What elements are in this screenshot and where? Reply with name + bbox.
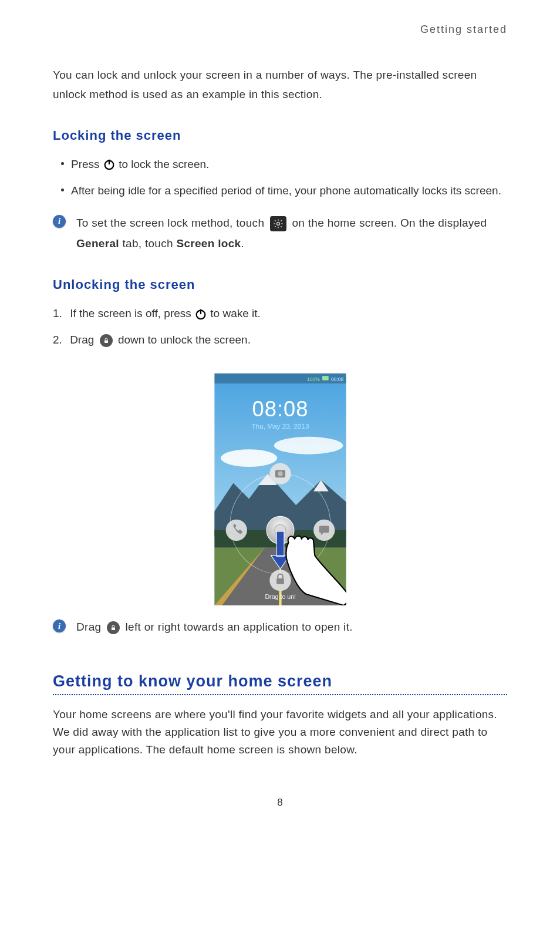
svg-rect-5 (104, 341, 108, 344)
bullet-lock-press-power: Press to lock the screen. (61, 154, 507, 174)
svg-rect-28 (112, 628, 115, 631)
lockscreen-clock: 08:08 (252, 397, 308, 421)
status-time: 08:08 (330, 376, 343, 382)
lock-icon (100, 334, 113, 347)
bullet1-before: Press (71, 158, 103, 170)
page-number: 8 (0, 797, 560, 809)
power-icon (103, 158, 116, 171)
note-bold-general: General (76, 237, 119, 250)
heading-home-screen: Getting to know your home screen (53, 672, 507, 691)
step1-after: to wake it. (210, 307, 261, 319)
bullet-dot-icon (61, 162, 64, 165)
status-signal: 100% (306, 376, 319, 382)
note-before: To set the screen lock method, touch (76, 217, 268, 229)
note2-before: Drag (76, 621, 104, 633)
lockscreen-target-phone (225, 520, 247, 541)
svg-rect-26 (276, 531, 284, 557)
step2-after: down to unlock the screen. (118, 334, 251, 346)
svg-rect-8 (322, 376, 329, 380)
note2-after: left or right towards an application to … (126, 621, 353, 633)
ordinal-1: 1. (53, 307, 62, 319)
note-bold-screenlock: Screen lock (176, 237, 241, 250)
dotted-divider (53, 694, 507, 695)
power-icon (194, 308, 207, 321)
info-note-drag-sideways: i Drag left or right towards an applicat… (53, 617, 507, 637)
bullet-dot-icon (61, 188, 64, 191)
lockscreen-target-messages (313, 520, 335, 541)
step1-before: If the screen is off, press (70, 307, 194, 319)
lock-icon (107, 621, 120, 634)
lockscreen-figure: 100% 08:08 (214, 373, 346, 605)
heading-locking: Locking the screen (53, 128, 507, 143)
intro-paragraph: You can lock and unlock your screen in a… (53, 65, 507, 105)
lockscreen-target-unlock (269, 570, 291, 591)
lockscreen-hint: Drag to unl (265, 594, 295, 601)
svg-point-18 (278, 472, 283, 477)
homescreen-paragraph: Your home screens are where you'll find … (53, 706, 507, 759)
bullet1-after: to lock the screen. (119, 158, 209, 170)
note-after: . (241, 237, 244, 250)
bullet-idle-lock: After being idle for a specified period … (61, 180, 507, 201)
svg-point-10 (274, 437, 342, 454)
note-mid: on the home screen. On the displayed (292, 217, 487, 229)
lockscreen-date: Thu, May 23, 2013 (251, 422, 309, 430)
svg-point-2 (276, 222, 279, 225)
heading-unlocking: Unlocking the screen (53, 277, 507, 292)
info-icon: i (53, 215, 66, 228)
settings-icon (270, 216, 286, 231)
svg-rect-21 (319, 526, 329, 533)
svg-point-9 (221, 450, 277, 467)
step-2-drag-unlock: 2. Drag down to unlock the screen. (53, 329, 507, 350)
running-header: Getting started (53, 23, 507, 36)
note-mid2: tab, touch (119, 237, 177, 250)
info-icon: i (53, 619, 66, 632)
lockscreen-target-camera (269, 463, 291, 484)
step2-before: Drag (70, 334, 97, 346)
step-1-wake: 1. If the screen is off, press to wake i… (53, 303, 507, 324)
ordinal-2: 2. (53, 334, 62, 346)
bullet2-text: After being idle for a specified period … (71, 180, 501, 201)
svg-rect-23 (276, 578, 284, 584)
info-note-lock-method: i To set the screen lock method, touch o… (53, 213, 507, 254)
